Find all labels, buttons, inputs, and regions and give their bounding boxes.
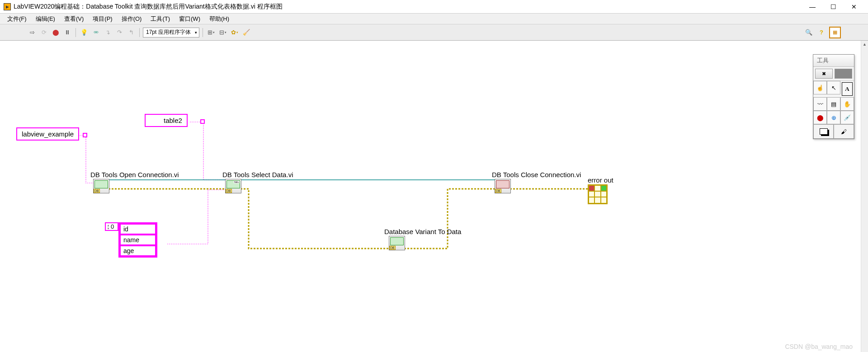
menu-edit[interactable]: 编辑(E): [31, 14, 60, 24]
menu-view[interactable]: 查看(V): [60, 14, 88, 24]
color-tool-swatch[interactable]: [813, 124, 834, 139]
step-out-button[interactable]: ↰: [126, 28, 136, 38]
error-out-label: error out: [588, 176, 613, 184]
array-constant-columns[interactable]: ▲▼ 0 id name age: [105, 222, 157, 258]
tools-palette[interactable]: 工具 ✖ ☝ ↖ A 〰 ▤ ✋ ⬤ ⊕ 💉 🖌: [813, 54, 854, 139]
breakpoint-tool[interactable]: ⬤: [813, 111, 827, 124]
select-data-label: DB Tools Select Data.vi: [222, 171, 293, 178]
minimize-button[interactable]: —: [802, 0, 823, 13]
open-conn-label: DB Tools Open Connection.vi: [90, 171, 179, 178]
array-item-0[interactable]: id: [120, 224, 156, 235]
menu-operate[interactable]: 操作(O): [117, 14, 146, 24]
watermark: CSDN @ba_wang_mao: [785, 343, 853, 350]
vi-icon[interactable]: ▦: [829, 27, 841, 38]
menu-tools[interactable]: 工具(T): [146, 14, 175, 24]
search-button[interactable]: 🔍: [804, 28, 814, 38]
scroll-tool[interactable]: ✋: [840, 97, 854, 111]
reorder-button[interactable]: ✿: [230, 28, 240, 38]
position-tool[interactable]: ↖: [827, 81, 840, 94]
db-open-connection-node[interactable]: DB: [93, 179, 109, 193]
maximize-button[interactable]: ☐: [823, 0, 844, 13]
menu-project[interactable]: 项目(P): [88, 14, 117, 24]
string-constant-dsn-text: labview_example: [22, 130, 74, 138]
app-icon: [4, 3, 11, 10]
array-item-2[interactable]: age: [120, 245, 156, 256]
array-index[interactable]: ▲▼ 0: [105, 222, 118, 231]
string-constant-table-text: table2: [164, 117, 182, 124]
dsn-terminal: [83, 133, 87, 137]
run-button[interactable]: ⇨: [27, 28, 37, 38]
db-close-connection-node[interactable]: DB: [495, 179, 511, 193]
menu-help[interactable]: 帮助(H): [205, 14, 234, 24]
toolbar: ⇨ ⟳ ⬤ II 💡 ⚮ ↴ ↷ ↰ 17pt 应用程序字体 ⊞ ⊟ ✿ 🧹 🔍…: [0, 24, 868, 41]
shortcut-menu-tool[interactable]: ▤: [827, 97, 840, 111]
font-selector-label: 17pt 应用程序字体: [146, 28, 191, 36]
variant-to-data-label: Database Variant To Data: [384, 228, 461, 235]
array-item-1[interactable]: name: [120, 235, 156, 245]
cleanup-button[interactable]: 🧹: [241, 28, 251, 38]
step-over-button[interactable]: ↷: [114, 28, 124, 38]
close-conn-label: DB Tools Close Connection.vi: [492, 171, 581, 178]
color-tool-brush[interactable]: 🖌: [834, 124, 854, 139]
menu-window[interactable]: 窗口(W): [175, 14, 205, 24]
wires-layer: [0, 41, 861, 352]
db-select-data-node[interactable]: DB: [225, 179, 241, 193]
block-diagram-canvas[interactable]: labview_example table2 DB Tools Open Con…: [0, 41, 861, 352]
variant-to-data-node[interactable]: DB: [389, 236, 405, 250]
wiring-tool[interactable]: 〰: [813, 97, 827, 111]
menu-file[interactable]: 文件(F): [3, 14, 31, 24]
auto-tool-button[interactable]: ✖: [815, 69, 833, 79]
align-button[interactable]: ⊞: [206, 28, 216, 38]
step-into-button[interactable]: ↴: [103, 28, 113, 38]
menu-bar: 文件(F) 编辑(E) 查看(V) 项目(P) 操作(O) 工具(T) 窗口(W…: [0, 14, 868, 24]
title-bar: LabVIEW2020编程基础：Database Toolkit 查询数据库然后…: [0, 0, 868, 14]
scroll-up-icon[interactable]: ▲: [861, 41, 868, 48]
close-button[interactable]: ✕: [844, 0, 864, 13]
window-title: LabVIEW2020编程基础：Database Toolkit 查询数据库然后…: [14, 3, 802, 11]
run-continuous-button[interactable]: ⟳: [39, 28, 49, 38]
help-button[interactable]: ?: [816, 28, 826, 38]
scrollbar-vertical[interactable]: ▲: [861, 41, 868, 352]
color-copy-tool[interactable]: 💉: [840, 111, 854, 124]
pause-button[interactable]: II: [62, 28, 72, 38]
text-tool[interactable]: A: [842, 82, 853, 96]
operate-tool[interactable]: ☝: [813, 81, 827, 94]
tools-palette-title: 工具: [813, 55, 854, 67]
string-constant-table[interactable]: table2: [145, 114, 188, 127]
table-terminal: [200, 119, 205, 124]
error-out-indicator[interactable]: [588, 184, 608, 204]
distribute-button[interactable]: ⊟: [218, 28, 228, 38]
retain-wire-button[interactable]: ⚮: [91, 28, 101, 38]
probe-tool[interactable]: ⊕: [827, 111, 840, 124]
array-index-value: 0: [111, 223, 114, 230]
font-selector[interactable]: 17pt 应用程序字体: [143, 28, 199, 38]
highlight-exec-button[interactable]: 💡: [79, 28, 89, 38]
auto-tool-indicator: [835, 69, 852, 79]
abort-button[interactable]: ⬤: [51, 28, 61, 38]
string-constant-dsn[interactable]: labview_example: [16, 127, 79, 141]
